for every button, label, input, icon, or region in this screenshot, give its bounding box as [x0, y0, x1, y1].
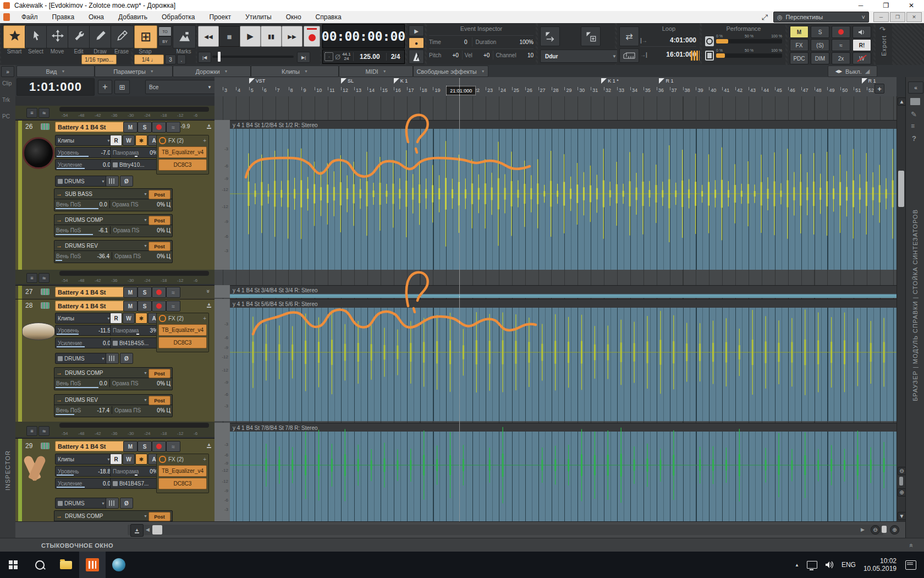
transport-slider-thumb[interactable]	[218, 52, 221, 62]
start-button[interactable]	[0, 552, 26, 578]
track-solo-button[interactable]: S	[138, 301, 152, 312]
zoom-out-vertical-icon[interactable]: ⊖	[898, 467, 906, 475]
scroll-right-icon[interactable]: ▶	[861, 527, 865, 532]
clip-label-2[interactable]: y 4 1 B4 St 3/4/B4 St 3/4 R: Stereo	[230, 285, 897, 295]
snap-button[interactable]: ⊞	[134, 25, 157, 48]
send-name[interactable]: DRUMS COMP	[65, 217, 103, 223]
automation-offset-button[interactable]: ✱	[135, 313, 147, 324]
key-dropdown[interactable]: Ddur▼	[540, 50, 622, 63]
mix-record-dot-icon[interactable]	[832, 26, 850, 38]
hzoom-slider[interactable]	[882, 526, 887, 533]
send-name[interactable]: DRUMS REV	[65, 397, 98, 403]
folder-icon[interactable]	[910, 98, 920, 105]
send-post-button[interactable]: Post	[148, 396, 170, 405]
zoom-in-vertical-icon[interactable]: ⊕	[898, 488, 906, 497]
automation-write-button[interactable]: W	[123, 313, 135, 324]
track-28[interactable]: 28Battery 4 1 B4 StMS≈▲Клипы▼RW✱AУровень…	[15, 299, 215, 422]
fx-add-icon[interactable]: +	[203, 315, 206, 321]
tab-MIDI[interactable]: MIDI▼	[339, 66, 413, 77]
tab-Свободные эффекты[interactable]: Свободные эффекты▼	[413, 66, 488, 77]
vertical-scrollbar[interactable]: ▲ ⊖ ⊕ ▼	[897, 96, 906, 521]
network-icon[interactable]	[807, 561, 817, 569]
docked-views-label[interactable]: БРАУЗЕР | МОДУЛЬ СПРАВКИ | СТОЙКА СИНТЕЗ…	[912, 209, 919, 401]
add-track-folder-button[interactable]: ⊞	[114, 80, 130, 94]
cakewalk-app-button[interactable]	[79, 552, 106, 578]
pan-meter-icon[interactable]: ≡	[26, 273, 37, 283]
menu-Окно[interactable]: Окно	[279, 11, 309, 23]
send-drums-comp[interactable]: →DRUMS COMP▼Вень ПоSОрама ПSPost	[54, 510, 173, 521]
clips-dropdown[interactable]: Клипы▼	[55, 454, 113, 465]
perspectives-dropdown[interactable]: ◎ Перспективы˅	[773, 12, 869, 23]
fx-TB_Equalizer_v4[interactable]: TB_Equalizer_v4	[158, 465, 207, 477]
help-icon[interactable]: ?	[912, 134, 916, 143]
fx-power-icon[interactable]	[159, 456, 166, 463]
minimize-button[interactable]: ─	[848, 0, 873, 11]
mdi-close-button[interactable]: ✕	[906, 12, 922, 22]
track-input-echo-button[interactable]: ≈	[166, 122, 180, 133]
main-time-display[interactable]: 00:00:00:00	[322, 24, 405, 48]
ei-pitch-value[interactable]: +0	[452, 52, 458, 58]
automation-read-button[interactable]: R	[110, 454, 122, 465]
automation-write-button[interactable]: W	[123, 454, 135, 465]
pause-button[interactable]: ▮▮	[261, 26, 282, 47]
clip-body-1[interactable]	[230, 129, 897, 270]
notification-icon[interactable]	[905, 560, 916, 570]
track-input-echo-button[interactable]: ≈	[166, 301, 180, 312]
output-dropdown[interactable]: DRUMS▼	[55, 353, 108, 364]
output-meter-button[interactable]	[106, 498, 119, 509]
snap-by-toggle[interactable]: BY	[158, 36, 172, 46]
samplerate-value[interactable]: 44.124	[342, 52, 354, 61]
zoom-in-icon[interactable]: ⊕	[890, 525, 899, 535]
track-input-echo-button[interactable]: ≈	[166, 441, 180, 452]
clip-label-4[interactable]: y 4 1 B4 St 7/8/B4 St 7/8 R: Stereo	[230, 423, 897, 432]
tool-draw[interactable]	[89, 25, 112, 48]
send-drums-comp[interactable]: →DRUMS COMP▼Вень ПоS-6.1Орама ПS0% ЦPost	[54, 214, 173, 237]
tool-smart[interactable]	[3, 25, 26, 48]
send-post-button[interactable]: Post	[148, 512, 170, 521]
fx-power-icon[interactable]	[159, 137, 166, 144]
mix-S[interactable]: S	[811, 26, 829, 38]
send-post-button[interactable]: Post	[148, 190, 170, 199]
track-name[interactable]: Battery 4 1 B4 St	[55, 441, 127, 451]
marker-R 1[interactable]: R 1	[659, 78, 673, 84]
automation-offset-button[interactable]: ✱	[135, 454, 147, 465]
tool-erase[interactable]	[111, 25, 134, 48]
track-mute-button[interactable]: M	[123, 441, 138, 452]
mix-DIM[interactable]: DIM	[811, 52, 829, 64]
track-arm-button[interactable]	[152, 301, 166, 312]
rail-tab-Clip[interactable]: Clip	[2, 80, 12, 86]
collapse-dock-icon[interactable]: ▲	[130, 524, 144, 537]
menu-Проект[interactable]: Проект	[202, 11, 239, 23]
clip-label-3[interactable]: y 4 1 B4 St 5/6/B4 St 5/6 R: Stereo	[230, 299, 897, 308]
marker-SL[interactable]: SL	[341, 78, 354, 84]
zoom-out-icon[interactable]: ⊖	[871, 525, 880, 535]
level-box[interactable]: Уровень-11.5	[55, 325, 113, 336]
send-post-button[interactable]: Post	[148, 216, 170, 225]
hscroll-thumb[interactable]	[152, 525, 162, 535]
send-sub-bass[interactable]: →SUB BASS▼Вень ПоS0.0Орама ПS0% ЦPost	[54, 188, 173, 211]
clip-body-4[interactable]	[230, 432, 897, 521]
gain-box[interactable]: Усиление0.0	[55, 159, 113, 170]
mix-speaker-icon[interactable]	[853, 26, 871, 38]
pen-icon[interactable]: ✎	[911, 110, 917, 118]
fx-DC8C3[interactable]: DC8C3	[158, 478, 207, 489]
scroll-down-icon[interactable]: ▼	[898, 512, 906, 520]
send-name[interactable]: DRUMS COMP	[65, 513, 103, 519]
fx-panel[interactable]: FX (2)+TB_Equalizer_v4DC8C3	[156, 135, 209, 175]
send-name[interactable]: SUB BASS	[65, 191, 92, 197]
send-drums-rev[interactable]: →DRUMS REV▼Вень ПоS-36.4Орама ПS0% ЦPost	[54, 240, 173, 263]
menu-Правка[interactable]: Правка	[45, 11, 82, 23]
pan-meter-icon[interactable]: ≡	[26, 108, 37, 118]
mix-R![interactable]: R!	[853, 39, 871, 51]
scroll-left-icon[interactable]: ◀	[146, 527, 150, 532]
clips-dropdown[interactable]: Клипы▼	[55, 313, 113, 324]
loop-end[interactable]: →|16:01:000	[640, 48, 696, 61]
gain-box[interactable]: Усиление0.0	[55, 478, 113, 489]
tab-Параметры[interactable]: Параметры▼	[95, 66, 173, 77]
close-button[interactable]: ✕	[899, 0, 924, 11]
language-indicator[interactable]: ENG	[842, 561, 856, 569]
timeline-ruler[interactable]: 3456789101112131415161718192021222324252…	[215, 77, 897, 97]
mix-interleave-icon[interactable]: ≈	[832, 39, 850, 51]
loop-ruler-button[interactable]	[619, 48, 639, 63]
send-drums-comp[interactable]: →DRUMS COMP▼Вень ПоS0.0Орама ПS0% ЦPost	[54, 367, 173, 390]
